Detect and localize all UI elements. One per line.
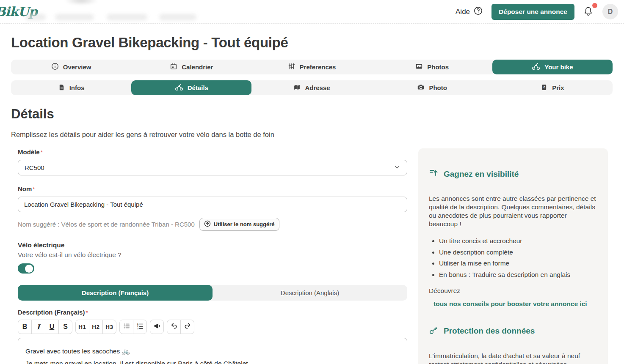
italic-button[interactable]: I: [31, 320, 45, 334]
redo-button[interactable]: [180, 320, 194, 334]
electric-question: Votre vélo est-il un vélo électrique ?: [18, 251, 407, 259]
map-icon: [293, 84, 301, 92]
use-suggested-name-button[interactable]: Utiliser le nom suggéré: [199, 218, 279, 231]
tab-preferences[interactable]: Preferences: [251, 60, 372, 74]
sort-up-icon: [429, 168, 438, 180]
question-circle-icon: [474, 6, 483, 17]
text-style-group: B I U S: [18, 320, 72, 334]
tab-label: Prix: [552, 84, 564, 91]
h1-button[interactable]: H1: [75, 320, 89, 334]
required-asterisk: *: [41, 149, 43, 156]
announce-group: [150, 320, 164, 334]
ordered-list-button[interactable]: 1 2 3: [133, 320, 147, 334]
electric-toggle[interactable]: [18, 263, 34, 274]
suggested-name-text: Nom suggéré : Vélos de sport et de rando…: [18, 221, 195, 228]
name-suggestion-row: Nom suggéré : Vélos de sport et de rando…: [18, 218, 407, 231]
details-form: Modèle* RC500 Nom* Nom suggéré : Vélos d…: [18, 148, 407, 364]
model-label: Modèle: [18, 148, 40, 156]
ordered-list-icon: 1 2 3: [136, 322, 144, 331]
discover-label: Découvrez: [429, 287, 597, 295]
use-suggested-name-label: Utiliser le nom suggéré: [214, 221, 275, 227]
ghost-nav-item: [25, 14, 46, 20]
privacy-heading: Protection des données: [429, 326, 597, 337]
section-subtitle: Remplissez les détails pour aider les ge…: [11, 131, 613, 139]
tab-prix[interactable]: € Prix: [492, 80, 613, 95]
ghost-nav-item: [55, 14, 94, 20]
key-icon: [429, 326, 438, 337]
italic-label: I: [37, 323, 40, 331]
tip-item: En bonus : Traduire sa description en an…: [439, 271, 597, 279]
tab-label: Your bike: [544, 63, 573, 71]
tab-adresse[interactable]: Adresse: [251, 80, 372, 95]
bell-icon: [583, 11, 593, 18]
bold-label: B: [22, 323, 28, 331]
app-header: BikUp Aide Déposer une annonce: [0, 0, 624, 24]
tab-calendrier[interactable]: Calendrier: [131, 60, 251, 74]
tips-link[interactable]: tous nos conseils pour booster votre ann…: [433, 300, 587, 308]
avatar[interactable]: D: [602, 4, 618, 19]
electric-field: Vélo électrique Votre vélo est-il un vél…: [18, 241, 407, 274]
tab-details[interactable]: Détails: [131, 80, 251, 95]
page-title: Location Gravel Bikepacking - Tout équip…: [11, 35, 613, 51]
arrow-up-circle-icon: [204, 220, 211, 228]
tab-label: Photos: [427, 63, 449, 71]
name-field: Nom* Nom suggéré : Vélos de sport et de …: [18, 185, 407, 231]
name-input[interactable]: [18, 197, 407, 212]
price-tag-icon: €: [541, 84, 548, 92]
calendar-icon: [170, 63, 177, 71]
secondary-tabbar: Infos Détails Adresse: [11, 80, 613, 95]
description-label-text: Description (Français): [18, 309, 85, 316]
required-asterisk: *: [33, 186, 35, 192]
tab-overview[interactable]: Overview: [11, 60, 131, 74]
tab-your-bike[interactable]: Your bike: [492, 60, 613, 74]
h3-label: H3: [105, 324, 113, 330]
description-label: Description (Français)*: [18, 309, 407, 316]
tab-label: Preferences: [300, 63, 336, 71]
h3-button[interactable]: H3: [102, 320, 116, 334]
help-button[interactable]: Aide: [456, 6, 483, 17]
underline-button[interactable]: U: [45, 320, 59, 334]
undo-icon: [170, 322, 178, 331]
tab-infos[interactable]: Infos: [11, 80, 131, 95]
post-ad-button[interactable]: Déposer une annonce: [491, 4, 574, 20]
tab-photos[interactable]: Photos: [372, 60, 492, 74]
redo-icon: [184, 322, 191, 331]
visibility-tips-list: Un titre concis et accrocheur Une descri…: [429, 237, 597, 279]
info-icon: [51, 63, 59, 71]
camera-icon: [417, 83, 425, 92]
model-select[interactable]: RC500: [18, 160, 407, 175]
heading-group: H1 H2 H3: [75, 320, 116, 334]
chevron-down-icon: [394, 164, 400, 172]
visibility-intro: Les annonces sont entre autre classées p…: [429, 194, 597, 228]
megaphone-icon: [153, 322, 161, 331]
tab-label: Overview: [63, 63, 91, 71]
privacy-title: Protection des données: [444, 326, 535, 336]
richtext-toolbar: B I U S H1 H2 H3: [18, 320, 407, 334]
description-editor[interactable]: Gravel avec toutes les sacoches 🚲 Je met…: [18, 338, 407, 364]
notification-dot: [592, 3, 597, 8]
tab-description-anglais[interactable]: Description (Anglais): [213, 285, 407, 301]
undo-button[interactable]: [167, 320, 181, 334]
model-select-value: RC500: [25, 164, 44, 171]
tab-photo[interactable]: Photo: [372, 80, 492, 95]
tab-label: Infos: [69, 84, 85, 91]
megaphone-button[interactable]: [150, 320, 164, 334]
tab-description-francais[interactable]: Description (Français): [18, 285, 213, 301]
section-title: Détails: [11, 107, 613, 122]
tip-item: Une description complète: [439, 249, 597, 256]
svg-text:3: 3: [137, 327, 138, 330]
bike-icon: [175, 83, 183, 93]
tab-label: Calendrier: [182, 63, 213, 71]
photos-icon: [415, 63, 423, 71]
bullet-list-button[interactable]: [119, 320, 133, 334]
h2-button[interactable]: H2: [89, 320, 103, 334]
ghost-nav-item: [159, 14, 196, 20]
main-content: Location Gravel Bikepacking - Tout équip…: [0, 35, 624, 364]
strikethrough-button[interactable]: S: [58, 320, 72, 334]
notifications-button[interactable]: [583, 6, 594, 17]
help-label: Aide: [456, 8, 470, 16]
visibility-heading: Gagnez en visibilité: [429, 168, 597, 180]
header-shadow-artifact: [64, 0, 98, 5]
bold-button[interactable]: B: [18, 320, 32, 334]
tips-sidebar: Gagnez en visibilité Les annonces sont e…: [418, 148, 608, 364]
